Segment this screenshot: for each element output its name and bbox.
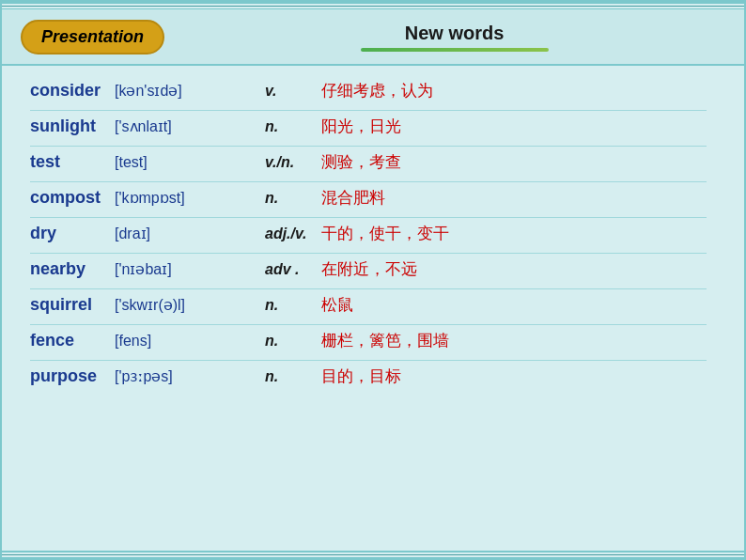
word-3: compost	[30, 188, 115, 208]
word-row: consider [kən'sɪdə] v. 仔细考虑，认为	[30, 75, 707, 111]
pos-4: adj./v.	[265, 226, 321, 242]
word-row: nearby ['nɪəbaɪ] adv . 在附近，不远	[30, 254, 707, 289]
pos-0: v.	[265, 83, 321, 100]
meaning-3: 混合肥料	[321, 187, 707, 209]
phonetic-7: [fens]	[115, 333, 265, 350]
word-row: fence [fens] n. 栅栏，篱笆，围墙	[30, 325, 707, 361]
pos-2: v./n.	[265, 154, 321, 171]
pos-6: n.	[265, 297, 321, 314]
header-title-area: New words	[164, 23, 725, 52]
meaning-8: 目的，目标	[321, 366, 707, 387]
new-words-title: New words	[405, 23, 505, 44]
phonetic-0: [kən'sɪdə]	[115, 82, 265, 100]
word-6: squirrel	[30, 295, 115, 315]
meaning-0: 仔细考虑，认为	[321, 80, 707, 101]
word-0: consider	[30, 81, 115, 101]
word-row: dry [draɪ] adj./v. 干的，使干，变干	[30, 218, 707, 254]
word-row: purpose ['pɜːpəs] n. 目的，目标	[30, 361, 707, 397]
pos-5: adv .	[265, 261, 321, 278]
header: Presentation New words	[2, 9, 744, 66]
page-container: Presentation New words consider [kən'sɪd…	[0, 0, 746, 560]
word-row: test [test] v./n. 测验，考查	[30, 147, 707, 182]
bottom-stripe	[2, 551, 744, 558]
meaning-4: 干的，使干，变干	[321, 223, 707, 244]
word-row: compost ['kɒmpɒst] n. 混合肥料	[30, 182, 707, 218]
phonetic-8: ['pɜːpəs]	[115, 367, 265, 385]
pos-1: n.	[265, 118, 321, 135]
phonetic-2: [test]	[115, 154, 265, 171]
meaning-5: 在附近，不远	[321, 258, 707, 280]
word-8: purpose	[30, 366, 115, 386]
meaning-2: 测验，考查	[321, 151, 707, 173]
word-2: test	[30, 152, 115, 172]
phonetic-5: ['nɪəbaɪ]	[115, 260, 265, 278]
meaning-7: 栅栏，篱笆，围墙	[321, 330, 707, 351]
pos-7: n.	[265, 333, 321, 350]
phonetic-3: ['kɒmpɒst]	[115, 189, 265, 207]
top-stripe	[2, 2, 744, 9]
pos-8: n.	[265, 368, 321, 385]
phonetic-1: ['sʌnlaɪt]	[115, 117, 265, 135]
word-row: squirrel ['skwɪr(ə)l] n. 松鼠	[30, 289, 707, 325]
presentation-badge: Presentation	[21, 20, 164, 54]
meaning-1: 阳光，日光	[321, 116, 707, 137]
vocabulary-content: consider [kən'sɪdə] v. 仔细考虑，认为 sunlight …	[2, 66, 744, 406]
pos-3: n.	[265, 190, 321, 207]
meaning-6: 松鼠	[321, 294, 707, 316]
word-row: sunlight ['sʌnlaɪt] n. 阳光，日光	[30, 111, 707, 147]
word-5: nearby	[30, 259, 115, 279]
word-1: sunlight	[30, 117, 115, 136]
title-underline	[361, 48, 549, 52]
word-7: fence	[30, 331, 115, 350]
phonetic-4: [draɪ]	[115, 225, 265, 242]
phonetic-6: ['skwɪr(ə)l]	[115, 296, 265, 314]
word-4: dry	[30, 224, 115, 243]
